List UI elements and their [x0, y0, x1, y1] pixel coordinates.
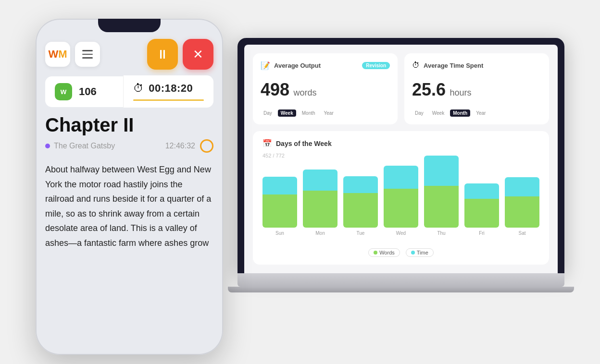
- tab-year-output[interactable]: Year: [321, 109, 337, 117]
- time-icon: ⏱: [412, 61, 420, 70]
- chart-icon: 📅: [262, 139, 272, 148]
- bar-green-wed: [384, 189, 418, 228]
- menu-line-2: [82, 54, 93, 55]
- bar-group-sun: Sun: [262, 156, 297, 236]
- avg-output-card: 📝 Average Output Revision 498 words Day …: [253, 53, 398, 124]
- laptop-foot: [228, 287, 574, 292]
- bar-teal-tue: [343, 176, 378, 193]
- bar-teal-sat: [505, 177, 539, 196]
- bar-teal-sun: [262, 177, 297, 195]
- phone-toolbar: WM ⏸ ✕: [45, 39, 213, 70]
- bar-label-wed: Wed: [396, 231, 406, 236]
- body-text: About halfway between West Egg and New Y…: [45, 162, 213, 251]
- avg-time-tabs: Day Week Month Year: [412, 109, 541, 117]
- bar-green-sat: [505, 196, 539, 228]
- avg-output-value: 498: [261, 80, 289, 99]
- bar-group-thu: Thu: [424, 156, 459, 236]
- bar-label-thu: Thu: [437, 231, 445, 236]
- pause-button[interactable]: ⏸: [147, 39, 178, 70]
- avg-output-tabs: Day Week Month Year: [261, 109, 390, 117]
- legend-words[interactable]: Words: [368, 248, 400, 257]
- avg-output-value-row: 498 words: [261, 81, 390, 98]
- legend-time[interactable]: Time: [406, 248, 434, 257]
- avg-time-header: ⏱ Average Time Spent: [412, 61, 541, 70]
- timer-value: 00:18:20: [149, 82, 193, 95]
- laptop-screen: 📝 Average Output Revision 498 words Day …: [238, 38, 564, 273]
- tab-month-time[interactable]: Month: [450, 109, 470, 117]
- book-info: The Great Gatsby 12:46:32: [45, 139, 213, 153]
- avg-time-unit: hours: [450, 88, 472, 97]
- tab-week-output[interactable]: Week: [278, 109, 296, 117]
- timestamp: 12:46:32: [165, 142, 195, 150]
- bar-group-wed: Wed: [384, 156, 418, 236]
- bar-label-sun: Sun: [275, 231, 284, 236]
- avg-time-value: 25.6: [412, 80, 446, 99]
- word-count: 106: [79, 85, 97, 98]
- avg-output-unit: words: [294, 88, 317, 97]
- avg-output-header: 📝 Average Output Revision: [261, 61, 390, 70]
- avg-time-value-row: 25.6 hours: [412, 81, 541, 98]
- legend-label-words: Words: [379, 250, 395, 255]
- w-icon: w: [55, 83, 72, 100]
- counter-row: w 106 ⏱ 00:18:20: [45, 75, 213, 108]
- bar-group-sat: Sat: [505, 156, 539, 236]
- close-button[interactable]: ✕: [183, 39, 213, 70]
- bar-teal-thu: [424, 156, 459, 186]
- bar-label-fri: Fri: [479, 231, 485, 236]
- legend-dot-words: [374, 251, 377, 255]
- bar-green-fri: [464, 199, 499, 228]
- time-progress-row: 12:46:32: [165, 139, 213, 153]
- bar-label-sat: Sat: [518, 231, 525, 236]
- chart-header: 📅 Days of the Week: [262, 139, 539, 148]
- legend-dot-time: [411, 251, 415, 255]
- bar-teal-mon: [303, 170, 338, 191]
- chart-title: Days of the Week: [276, 140, 332, 147]
- book-dot: [45, 144, 50, 148]
- laptop-content: 📝 Average Output Revision 498 words Day …: [244, 45, 558, 273]
- tab-week-time[interactable]: Week: [429, 109, 447, 117]
- tab-day-time[interactable]: Day: [412, 109, 426, 117]
- chart-card: 📅 Days of the Week 452 / 772 SunMonTueWe…: [253, 131, 549, 265]
- tab-month-output[interactable]: Month: [299, 109, 318, 117]
- bar-teal-fri: [464, 183, 499, 199]
- revision-badge: Revision: [362, 62, 390, 69]
- tab-day-output[interactable]: Day: [261, 109, 275, 117]
- bar-green-mon: [303, 191, 338, 228]
- logo-text: WM: [48, 48, 67, 61]
- chart-bars-container: SunMonTueWedThuFriSat: [262, 153, 539, 246]
- menu-line-3: [82, 57, 93, 59]
- output-icon: 📝: [261, 61, 270, 70]
- bar-group-mon: Mon: [303, 156, 338, 236]
- logo-button[interactable]: WM: [45, 42, 70, 67]
- avg-time-card: ⏱ Average Time Spent 25.6 hours Day Week…: [404, 53, 549, 124]
- close-icon: ✕: [193, 47, 203, 62]
- bar-label-tue: Tue: [357, 231, 365, 236]
- book-name-row: The Great Gatsby: [45, 142, 115, 150]
- bar-green-thu: [424, 186, 459, 228]
- progress-circle: [200, 139, 213, 153]
- phone-notch: [98, 19, 161, 32]
- phone: WM ⏸ ✕ w 106: [36, 19, 223, 355]
- chart-legend: Words Time: [262, 248, 539, 257]
- bar-label-mon: Mon: [315, 231, 325, 236]
- avg-time-title: Average Time Spent: [424, 62, 483, 69]
- bar-group-tue: Tue: [343, 156, 378, 236]
- bar-teal-wed: [384, 166, 418, 189]
- chapter-title: Chapter II: [45, 114, 213, 135]
- menu-line-1: [82, 50, 93, 51]
- bar-green-tue: [343, 193, 378, 228]
- menu-button[interactable]: [75, 42, 100, 67]
- tab-year-time[interactable]: Year: [473, 109, 488, 117]
- laptop-base: [238, 273, 564, 287]
- pause-icon: ⏸: [156, 47, 169, 62]
- timer-box: ⏱ 00:18:20: [123, 75, 213, 108]
- stats-row: 📝 Average Output Revision 498 words Day …: [253, 53, 549, 124]
- timer-progress-bar: [133, 99, 204, 101]
- w-letter: w: [61, 87, 66, 96]
- laptop: 📝 Average Output Revision 498 words Day …: [238, 38, 564, 316]
- legend-label-time: Time: [417, 250, 428, 255]
- avg-output-title: Average Output: [274, 62, 321, 69]
- bar-green-sun: [262, 194, 297, 228]
- book-name-text: The Great Gatsby: [54, 142, 115, 150]
- bar-group-fri: Fri: [464, 156, 499, 236]
